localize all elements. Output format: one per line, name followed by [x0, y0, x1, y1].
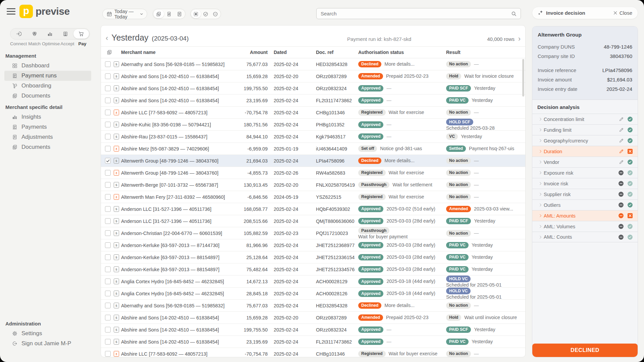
row-checkbox[interactable]: [105, 266, 111, 272]
table-row[interactable]: $Anglia Cortex Hydro [16-845-8452 — 4623…: [101, 288, 525, 300]
minus-circle-icon[interactable]: [618, 213, 624, 219]
minus-circle-icon[interactable]: [618, 234, 624, 240]
minus-circle-icon[interactable]: [618, 224, 624, 229]
col-result[interactable]: Result: [438, 50, 521, 55]
minus-circle-icon[interactable]: [618, 181, 624, 186]
minus-circle-icon[interactable]: [618, 170, 624, 176]
search-input[interactable]: [321, 11, 508, 16]
next-run-chevron-icon[interactable]: ›: [518, 35, 521, 43]
step-pay-button[interactable]: [73, 29, 89, 39]
close-button[interactable]: Close: [613, 10, 632, 16]
row-checkbox[interactable]: [105, 303, 111, 308]
table-row[interactable]: $Anderson-Christian [22-004-6770 — 60601…: [101, 227, 525, 239]
row-checkbox[interactable]: [105, 194, 111, 200]
doc-dollar-filter-button[interactable]: [164, 10, 174, 18]
sidebar-item-payment-runs[interactable]: Payment runs: [4, 71, 91, 81]
sidebar-item-onboarding[interactable]: Onboarding: [4, 81, 91, 91]
row-checkbox[interactable]: [105, 291, 111, 296]
row-checkbox[interactable]: [105, 254, 111, 260]
declined-button[interactable]: DECLINED: [532, 344, 638, 357]
row-checkbox[interactable]: [105, 158, 111, 164]
minus-circle-icon[interactable]: [618, 202, 624, 208]
analysis-row-aml-counts[interactable]: AML: Counts: [532, 232, 638, 242]
col-authorisation-status[interactable]: Authorisation status: [352, 50, 438, 55]
minus-circle-icon[interactable]: [618, 191, 624, 197]
row-checkbox[interactable]: [105, 73, 111, 79]
table-row[interactable]: $Abshire and Sons [14-202-4510 — 6183845…: [101, 95, 525, 107]
search-icon[interactable]: [511, 11, 517, 16]
row-checkbox[interactable]: [105, 218, 111, 224]
analysis-row-geography-currency[interactable]: Geography/currency: [532, 135, 638, 146]
table-row[interactable]: $Abshire and Sons [14-202-4510 — 6183845…: [101, 70, 525, 82]
edit-pencil-icon[interactable]: [619, 138, 624, 143]
table-row[interactable]: $Anderson-Kerluke [63-597-2013 — 8714473…: [101, 239, 525, 251]
row-checkbox[interactable]: [105, 351, 111, 357]
sidebar-item-documents[interactable]: Documents: [4, 142, 91, 152]
minus-circle-filter-button[interactable]: [210, 10, 220, 18]
date-range-selector[interactable]: Today — Today: [102, 9, 147, 19]
analysis-row-concentration-limit[interactable]: Concentration limit: [532, 114, 638, 124]
sidebar-item-sign-out-jamie-m-p[interactable]: Sign out Jamie M-P: [4, 339, 91, 349]
row-checkbox[interactable]: [105, 170, 111, 176]
analysis-row-duration[interactable]: Duration: [532, 146, 638, 157]
table-row[interactable]: $Anderson LLC [31-527-1396 — 40511736]16…: [101, 203, 525, 215]
row-checkbox[interactable]: [105, 315, 111, 320]
analysis-row-aml-volumes[interactable]: AML: Volumes: [532, 221, 638, 232]
table-row[interactable]: $Altenwerth-Berge [07-101-3732 — 6556738…: [101, 179, 525, 191]
previous-run-chevron-icon[interactable]: ‹: [106, 35, 108, 42]
edit-pencil-icon[interactable]: [619, 117, 624, 122]
table-row[interactable]: $Abshire-Rau [23-837-0115 — 15586437]84,…: [101, 131, 525, 143]
row-checkbox[interactable]: [105, 206, 111, 212]
table-row[interactable]: $Abshire and Sons [14-202-4510 — 6183845…: [101, 312, 525, 324]
table-row[interactable]: $Anderson LLC [31-527-1396 — 40511736]20…: [101, 215, 525, 227]
table-row[interactable]: $Abshire and Sons [14-202-4510 — 6183845…: [101, 82, 525, 95]
sidebar-item-insights[interactable]: Insights: [4, 112, 91, 122]
table-row[interactable]: $Abshire-Kuhic [83-356-0198 — 50794421]1…: [101, 119, 525, 131]
table-row[interactable]: $Altenwerth Group [48-799-1246 — 3804376…: [101, 155, 525, 167]
row-checkbox[interactable]: [105, 61, 111, 67]
table-row[interactable]: ±Abshire LLC [77-583-6092 — 48057213]-70…: [101, 107, 525, 119]
step-optimise-button[interactable]: [42, 29, 58, 39]
table-row[interactable]: ±Altenwerth Group [48-799-1246 — 3804376…: [101, 167, 525, 179]
edit-pencil-icon[interactable]: [619, 160, 624, 165]
sidebar-item-dashboard[interactable]: Dashboard: [4, 61, 91, 71]
table-row[interactable]: $Abshire and Sons [14-202-4510 — 6183845…: [101, 324, 525, 336]
step-connect-button[interactable]: [11, 29, 26, 39]
check-circle-filter-button[interactable]: [201, 10, 211, 18]
table-row[interactable]: $Anderson-Kerluke [63-597-2013 — 8815489…: [101, 251, 525, 263]
table-row[interactable]: ±Abshire LLC [77-583-6092 — 48057213]-70…: [101, 348, 525, 357]
row-checkbox[interactable]: [105, 146, 111, 152]
row-checkbox[interactable]: [105, 85, 111, 91]
analysis-row-exposure-risk[interactable]: Exposure risk: [532, 167, 638, 178]
table-row[interactable]: $Abernathy and Sons [56-928-0185 — 51985…: [101, 300, 525, 312]
analysis-row-vendor[interactable]: Vendor: [532, 157, 638, 167]
sidebar-item-settings[interactable]: Settings: [4, 328, 91, 339]
sidebar-item-adjustments[interactable]: Adjustments: [4, 132, 91, 142]
row-checkbox[interactable]: [105, 230, 111, 236]
sidebar-item-payments[interactable]: Payments: [4, 122, 91, 132]
analysis-row-supplier-risk[interactable]: Supplier risk: [532, 189, 638, 199]
edit-pencil-icon[interactable]: [619, 127, 624, 132]
col-doc-ref[interactable]: Doc. ref: [310, 50, 352, 55]
row-checkbox[interactable]: [105, 327, 111, 333]
col-dated[interactable]: Dated: [268, 50, 310, 55]
table-row[interactable]: $Abernathy and Sons [56-928-0185 — 51985…: [101, 58, 525, 70]
col-merchant-name[interactable]: Merchant name: [121, 50, 232, 55]
docs-money-filter-button[interactable]: [154, 10, 164, 18]
hamburger-menu-icon[interactable]: [7, 8, 15, 15]
analysis-row-aml-amounts[interactable]: AML: Amounts: [532, 210, 638, 221]
copy-icon[interactable]: [105, 50, 114, 55]
table-row[interactable]: ±Abshire Metz [55-087-3829 — 74029606]-6…: [101, 143, 525, 155]
sidebar-item-documents[interactable]: Documents: [4, 91, 91, 101]
table-row[interactable]: $Anderson-Kerluke [63-597-2013 — 8815489…: [101, 263, 525, 276]
row-checkbox[interactable]: [105, 279, 111, 284]
row-checkbox[interactable]: [105, 134, 111, 139]
table-row[interactable]: ±Altenwerth Man Fery [27-311-8392 — 4658…: [101, 191, 525, 203]
row-checkbox[interactable]: [105, 242, 111, 248]
analysis-row-funding-limit[interactable]: Funding limit: [532, 124, 638, 135]
row-checkbox[interactable]: [105, 98, 111, 103]
select-fill-filter-button[interactable]: [191, 10, 201, 18]
step-accept-button[interactable]: [58, 29, 73, 39]
analysis-row-outliers[interactable]: Outliers: [532, 199, 638, 210]
table-row[interactable]: $Anglia Cortex Hydro [16-845-8452 — 4623…: [101, 276, 525, 288]
